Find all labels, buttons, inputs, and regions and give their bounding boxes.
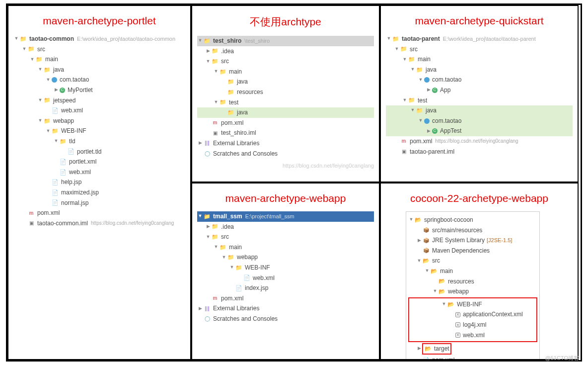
tree-item-iml[interactable]: taotao-parent.iml <box>386 147 573 157</box>
tree-item-webinf[interactable]: WEB-INF <box>409 299 536 310</box>
folder-icon <box>60 138 67 145</box>
tree-root[interactable]: test_shiro\test_shiro <box>197 36 374 46</box>
xml-icon <box>60 169 67 176</box>
folder-icon <box>220 99 226 106</box>
tree-item-main[interactable]: main <box>197 67 374 77</box>
tree-item-main[interactable]: main <box>386 54 573 65</box>
tree-item-resources[interactable]: resources <box>408 276 537 287</box>
tree-item-resources-src[interactable]: src/main/resources <box>408 225 537 236</box>
tree-item-webxml-1[interactable]: web.xml <box>13 105 185 116</box>
tree-item-index[interactable]: index.jsp <box>197 283 374 293</box>
tree-item-portlet-tld[interactable]: portlet.tld <box>13 147 185 157</box>
project-tree[interactable]: taotao-commonE:\work\idea_proj\taotao\ta… <box>13 34 185 228</box>
tree-item-tld[interactable]: tld <box>13 136 185 147</box>
jsp-icon <box>52 199 59 206</box>
tree-item-src[interactable]: src <box>197 56 374 67</box>
tree-item-test-java[interactable]: java <box>386 105 573 116</box>
tree-item-test-package[interactable]: com.taotao <box>386 116 573 126</box>
tree-item-pom[interactable]: pom.xml <box>408 355 537 360</box>
tree-root[interactable]: taotao-parentE:\work\idea_proj\taotao\ta… <box>386 34 573 44</box>
project-tree[interactable]: taotao-parentE:\work\idea_proj\taotao\ta… <box>386 34 573 157</box>
tree-item-jre[interactable]: JRE System Library[J2SE-1.5] <box>408 235 537 246</box>
folder-icon <box>212 223 219 230</box>
tree-item-mvn-deps[interactable]: Maven Dependencies <box>408 246 537 256</box>
tree-root[interactable]: tmall_ssmE:\project\tmall_ssm <box>197 211 374 222</box>
project-tree[interactable]: test_shiro\test_shiro .idea src main jav… <box>197 36 374 170</box>
tree-item-src[interactable]: src <box>386 44 573 55</box>
eclipse-project-tree[interactable]: springboot-cocoon src/main/resources JRE… <box>406 211 540 360</box>
tree-item-external[interactable]: External Libraries <box>197 303 374 314</box>
tree-item-test[interactable]: test <box>197 97 374 108</box>
tree-item-pom[interactable]: pom.xmlhttps://blog.csdn.net/feiying0can… <box>386 136 573 147</box>
tree-item-webxml[interactable]: web.xml <box>197 273 374 283</box>
tree-item-java[interactable]: java <box>13 65 185 75</box>
folder-icon <box>220 244 226 251</box>
tree-item-idea[interactable]: .idea <box>197 222 374 232</box>
folder-icon <box>44 66 51 73</box>
tree-item-webinf[interactable]: WEB-INF <box>13 126 185 136</box>
tree-item-myportlet[interactable]: MyPortlet <box>13 85 185 95</box>
tree-item-jetspeed[interactable]: jetspeed <box>13 95 185 106</box>
tree-item-apptest[interactable]: AppTest <box>386 126 573 136</box>
tree-item-java[interactable]: java <box>386 65 573 75</box>
tree-item-src[interactable]: src <box>13 44 185 55</box>
tree-item-app[interactable]: App <box>386 85 573 95</box>
tree-root[interactable]: springboot-cocoon <box>408 215 537 225</box>
folder-icon <box>52 128 59 135</box>
tree-item-webapp[interactable]: webapp <box>13 116 185 126</box>
project-tree[interactable]: tmall_ssmE:\project\tmall_ssm .idea src … <box>197 211 374 324</box>
tree-item-webxml-2[interactable]: web.xml <box>13 167 185 178</box>
tree-item-src[interactable]: src <box>197 232 374 242</box>
class-icon <box>432 88 438 93</box>
tree-item-portlet-xml[interactable]: portlet.xml <box>13 157 185 167</box>
comparison-grid: 不使用archtype test_shiro\test_shiro .idea … <box>6 3 582 362</box>
folder-icon <box>392 35 399 42</box>
tree-item-appcontext[interactable]: applicationContext.xml <box>409 309 536 320</box>
xml-icon <box>455 312 460 317</box>
folder-icon <box>423 258 430 265</box>
tree-item-log4j[interactable]: log4j.xml <box>409 320 536 330</box>
folder-icon <box>212 233 219 240</box>
title: 不使用archtype <box>197 15 374 29</box>
tree-item-webinf[interactable]: WEB-INF <box>197 263 374 273</box>
folder-icon <box>408 56 415 63</box>
tree-item-scratches[interactable]: Scratches and Consoles <box>197 149 374 159</box>
tree-item-norm-jsp[interactable]: normal.jsp <box>13 198 185 208</box>
package-icon <box>52 77 57 83</box>
tree-root[interactable]: taotao-commonE:\work\idea_proj\taotao\ta… <box>13 34 185 44</box>
tree-item-external[interactable]: External Libraries <box>197 138 374 149</box>
tree-item-main[interactable]: main <box>197 242 374 253</box>
tree-item-test[interactable]: test <box>386 95 573 106</box>
tree-item-webxml[interactable]: web.xml <box>409 330 536 341</box>
tree-item-package[interactable]: com.taotao <box>13 75 185 85</box>
tree-item-webapp[interactable]: webapp <box>408 286 537 297</box>
tree-item-webapp[interactable]: webapp <box>197 252 374 263</box>
jsp-icon <box>52 179 59 186</box>
class-icon <box>60 88 65 93</box>
tree-item-main[interactable]: main <box>408 266 537 276</box>
project-icon <box>415 216 422 223</box>
tree-item-src[interactable]: src <box>408 256 537 266</box>
title: maven-archetype-webapp <box>197 192 374 204</box>
tree-item-iml[interactable]: taotao-common.imlhttps://blog.csdn.net/f… <box>13 218 185 229</box>
tree-item-target[interactable]: target <box>408 343 537 355</box>
tree-item-iml[interactable]: test_shiro.iml <box>197 128 374 138</box>
tree-item-pom[interactable]: pom.xml <box>13 208 185 218</box>
iml-icon <box>212 130 219 137</box>
tree-item-idea[interactable]: .idea <box>197 46 374 57</box>
highlight-box: WEB-INF applicationContext.xml log4j.xml… <box>408 297 537 342</box>
tree-item-pom[interactable]: pom.xml <box>197 118 374 128</box>
tree-item-scratches[interactable]: Scratches and Consoles <box>197 314 374 324</box>
tree-item-main[interactable]: main <box>13 54 185 65</box>
folder-icon <box>425 346 432 353</box>
tree-item-java[interactable]: java <box>197 77 374 87</box>
folder-icon <box>20 35 27 42</box>
tree-item-resources[interactable]: resources <box>197 87 374 97</box>
package-icon <box>424 118 430 124</box>
tree-item-max-jsp[interactable]: maximized.jsp <box>13 187 185 198</box>
tree-item-help-jsp[interactable]: help.jsp <box>13 177 185 187</box>
tree-item-pom[interactable]: pom.xml <box>197 293 374 304</box>
tree-item-test-java[interactable]: java <box>197 107 374 118</box>
tree-item-package[interactable]: com.taotao <box>386 75 573 85</box>
folder-icon <box>439 278 445 285</box>
